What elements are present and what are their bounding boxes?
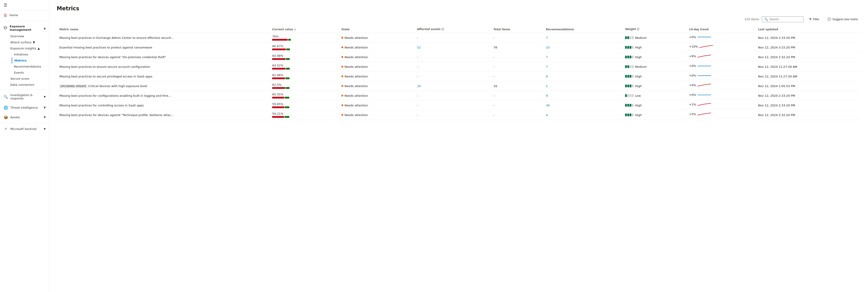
affected-assets-cell: 10 — [414, 81, 491, 91]
trend-value: +0% — [689, 35, 696, 39]
state-cell: Needs attention — [339, 81, 414, 91]
value-bar — [272, 77, 336, 79]
metric-name-link[interactable]: Missing best practices for controlling a… — [59, 104, 144, 107]
threat-icon: 🌐 — [4, 106, 8, 110]
affected-assets-value: - — [417, 56, 418, 59]
recommendations-cell: 7 — [543, 52, 622, 62]
metric-name-link[interactable]: Critical devices with high exposure leve… — [88, 84, 147, 88]
sidebar-item-exposure-management[interactable]: 🛡 Exposure management ▲ — [0, 23, 49, 33]
bar-green — [288, 39, 291, 41]
suggest-button[interactable]: 💬 Suggest new metric — [825, 16, 861, 22]
total-items-cell: - — [491, 72, 543, 81]
recommendations-link[interactable]: 9 — [546, 75, 548, 78]
value-cell: 66.67% — [270, 43, 339, 52]
recommendations-cell: 1 — [543, 81, 622, 91]
sidebar-item-data-connectors[interactable]: Data connectors — [10, 82, 49, 88]
affected-assets-value: - — [417, 104, 418, 107]
total-items-cell: - — [491, 101, 543, 110]
filter-button[interactable]: ⚗ Filter — [806, 16, 822, 22]
trend-cell: +1% — [686, 101, 755, 109]
trend-cell: +0% — [686, 62, 755, 70]
filter-icon: ⚗ — [809, 17, 811, 21]
state-label: Needs attention — [345, 94, 368, 98]
state-cell: Needs attention — [339, 101, 414, 110]
last-updated-cell: Nov 12, 2024 2:33:20 PM — [755, 91, 861, 101]
col-total-items: Total items — [491, 26, 543, 33]
overview-label: Overview — [10, 35, 24, 38]
trend-value: +10% — [689, 45, 698, 48]
last-updated-cell: Nov 12, 2024 1:05:53 PM — [755, 81, 861, 91]
metric-name-link[interactable]: Missing best practices to secure privile… — [59, 75, 152, 78]
sidebar-item-recommendations[interactable]: Recommendations — [14, 64, 49, 70]
recommendations-link[interactable]: 7 — [546, 36, 548, 39]
affected-assets-link[interactable]: 52 — [417, 46, 421, 49]
sidebar-item-investigation[interactable]: 🔍 Investigation & response ▼ — [0, 92, 49, 102]
weight-cell: Medium — [622, 62, 686, 72]
weight-cell: Low — [622, 91, 686, 101]
investigation-chevron: ▼ — [44, 96, 46, 98]
trend-value: +9% — [689, 54, 696, 58]
value-cell: 60.35% — [270, 91, 339, 101]
recommendations-link[interactable]: 1 — [546, 84, 548, 88]
events-label: Events — [14, 71, 24, 74]
assets-icon: 📦 — [4, 115, 8, 119]
metric-name-link[interactable]: Essential missing best practices to prot… — [59, 46, 152, 49]
recommendations-link[interactable]: 7 — [546, 65, 548, 68]
sidebar-item-initiatives[interactable]: Initiatives — [14, 51, 49, 58]
affected-assets-cell: - — [414, 91, 491, 101]
sidebar-item-overview[interactable]: Overview — [10, 33, 49, 39]
sidebar-item-assets[interactable]: 📦 Assets ▼ — [0, 113, 49, 121]
sidebar-item-metrics[interactable]: Metrics — [12, 58, 49, 64]
recommendations-link[interactable]: 39 — [546, 104, 550, 107]
trend-value: +1% — [689, 103, 696, 106]
total-items-value: - — [494, 36, 495, 39]
affected-assets-value: - — [417, 113, 418, 117]
item-count: 120 items — [745, 17, 759, 21]
sidebar-item-attack-surface[interactable]: Attack surface ▼ — [10, 39, 49, 45]
sidebar-divider-1 — [0, 21, 49, 21]
total-items-value: 78 — [494, 46, 497, 49]
affected-assets-cell: - — [414, 110, 491, 120]
search-input[interactable] — [770, 17, 801, 21]
affected-assets-link[interactable]: 10 — [417, 84, 421, 88]
total-items-value: - — [494, 113, 495, 117]
sidebar-divider-2 — [0, 89, 49, 90]
search-box[interactable]: 🔍 — [762, 16, 803, 22]
metric-name-link[interactable]: Missing best practices for configuration… — [59, 94, 171, 98]
recommendations-link[interactable]: 9 — [546, 94, 548, 98]
metric-name-link[interactable]: Missing best practices for devices again… — [59, 56, 166, 59]
recommendations-link[interactable]: 7 — [546, 56, 548, 59]
total-items-value: - — [494, 75, 495, 78]
recommendations-link[interactable]: 4 — [546, 113, 548, 117]
sidebar-item-home[interactable]: 🏠 Home — [0, 11, 49, 19]
state-label: Needs attention — [345, 84, 368, 88]
sidebar-item-events[interactable]: Events — [14, 70, 49, 76]
col-affected-assets: Affected assets ⓘ — [414, 26, 491, 33]
value-text: 76% — [272, 35, 336, 38]
assets-chevron: ▼ — [44, 116, 46, 119]
hamburger-icon[interactable]: ☰ — [4, 3, 7, 7]
metric-name-link[interactable]: Missing best practices to ensure secure … — [59, 65, 150, 68]
exposure-insights-sub: Initiatives Metrics Recommendations Even… — [10, 51, 49, 76]
metric-name-link[interactable]: Missing best practices in Exchange Admin… — [59, 36, 174, 39]
last-updated-cell: Nov 12, 2024 2:32:24 PM — [755, 52, 861, 62]
col-recommendations: Recommendations — [543, 26, 622, 33]
info-icon-affected: ⓘ — [441, 28, 444, 31]
state-dot — [341, 95, 343, 97]
value-bar — [272, 39, 336, 41]
sidebar-item-sentinel[interactable]: ⚡ Microsoft Sentinel ▼ — [0, 125, 49, 133]
state-label: Needs attention — [345, 65, 368, 68]
state-label: Needs attention — [345, 113, 368, 117]
recommendations-link[interactable]: 10 — [546, 46, 550, 49]
suggest-label: Suggest new metric — [833, 17, 858, 21]
value-cell: 64.98% — [270, 52, 339, 62]
sort-icon: ↓ — [294, 28, 296, 31]
col-current-value[interactable]: Current value ↓ — [270, 26, 339, 33]
sidebar-item-threat-intelligence[interactable]: 🌐 Threat intelligence ▼ — [0, 104, 49, 112]
state-cell: Needs attention — [339, 110, 414, 120]
bar-red — [272, 97, 284, 99]
state-label: Needs attention — [345, 75, 368, 78]
sidebar-item-exposure-insights[interactable]: Exposure insights ▲ — [10, 45, 49, 51]
metric-name-link[interactable]: Missing best practices for devices again… — [59, 113, 174, 117]
sidebar-item-secure-score[interactable]: Secure score — [10, 76, 49, 82]
